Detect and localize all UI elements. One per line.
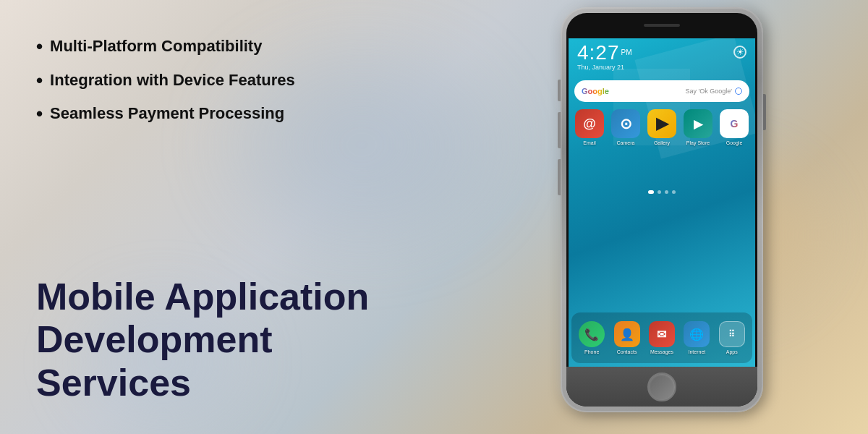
app-icon-google[interactable]: G Google (719, 109, 749, 145)
right-panel: 4:27PM Thu, January 21 ☀ Google (470, 0, 868, 434)
time-display: 4:27PM Thu, January 21 (577, 43, 632, 71)
power-button (763, 94, 766, 130)
internet-dock-label: Internet (689, 349, 706, 354)
home-button[interactable] (647, 373, 676, 401)
apps-dock-label: Apps (726, 349, 738, 354)
app-icon-gallery[interactable]: ▶ Gallery (647, 109, 677, 145)
dock-icon-messages[interactable]: ✉ Messages (644, 321, 679, 354)
dot-4 (672, 190, 676, 194)
status-bar: 4:27PM Thu, January 21 ☀ (569, 38, 755, 75)
ok-google-text: Say 'Ok Google' (686, 88, 732, 95)
microphone-icon (735, 88, 742, 95)
phone-dock-label: Phone (584, 349, 599, 354)
email-icon-img: @ (575, 109, 604, 138)
sun-icon: ☀ (736, 47, 744, 57)
google-bar-right: Say 'Ok Google' (686, 88, 742, 95)
dock-icon-apps[interactable]: ⠿ Apps (715, 321, 749, 354)
contacts-icon-img: 👤 (614, 321, 640, 347)
internet-icon-img: 🌐 (684, 321, 710, 347)
page-content: Multi-Platform Compatibility Integration… (0, 0, 868, 434)
contacts-dock-label: Contacts (617, 349, 637, 354)
feature-item-2: Integration with Device Features (36, 70, 427, 91)
camera-label: Camera (617, 140, 635, 145)
phone-screen: 4:27PM Thu, January 21 ☀ Google (569, 38, 755, 367)
playstore-icon-img: ▶ (684, 109, 712, 138)
playstore-label: Play Store (686, 140, 710, 145)
app-icon-email[interactable]: @ Email (574, 109, 605, 145)
app-icon-playstore[interactable]: ▶ Play Store (683, 109, 713, 145)
page-dots (569, 190, 755, 194)
app-icons-grid: @ Email ⊙ Camera ▶ Gallery (571, 109, 752, 145)
feature-item-1: Multi-Platform Compatibility (36, 36, 427, 57)
main-title-line2: Development Services (36, 318, 427, 405)
phone-inner-frame: 4:27PM Thu, January 21 ☀ Google (566, 13, 757, 407)
dot-1 (648, 190, 654, 194)
phone-speaker (644, 24, 680, 27)
app-icon-camera[interactable]: ⊙ Camera (610, 109, 641, 145)
dock-icon-phone[interactable]: 📞 Phone (574, 321, 609, 354)
notification-icon: ☀ (733, 46, 746, 59)
time-big: 4:27PM (577, 43, 632, 63)
messages-dock-label: Messages (650, 349, 673, 354)
feature-item-3: Seamless Payment Processing (36, 103, 427, 124)
dock-icon-internet[interactable]: 🌐 Internet (679, 321, 714, 354)
phone-home-area (566, 367, 757, 407)
phone-mockup: 4:27PM Thu, January 21 ☀ Google (561, 7, 763, 412)
google-icon-img: G (720, 109, 749, 138)
apps-icon-img: ⠿ (719, 321, 745, 347)
camera-icon-img: ⊙ (611, 109, 640, 138)
google-label: Google (726, 140, 743, 145)
left-panel: Multi-Platform Compatibility Integration… (0, 0, 470, 434)
gallery-icon-img: ▶ (647, 109, 676, 138)
date-display: Thu, January 21 (577, 64, 632, 71)
phone-icon-img: 📞 (579, 321, 605, 347)
gallery-label: Gallery (654, 140, 670, 145)
status-icons: ☀ (733, 43, 746, 59)
messages-icon-img: ✉ (649, 321, 675, 347)
dot-3 (665, 190, 668, 194)
dot-2 (658, 190, 661, 194)
email-label: Email (583, 140, 596, 145)
main-heading: Mobile Application Development Services (36, 276, 427, 405)
main-title-line1: Mobile Application (36, 276, 427, 319)
google-logo: Google (582, 87, 609, 95)
dock-bar: 📞 Phone 👤 Contacts ✉ Messages 🌐 (571, 312, 752, 363)
features-list: Multi-Platform Compatibility Integration… (36, 36, 427, 137)
dock-icon-contacts[interactable]: 👤 Contacts (609, 321, 644, 354)
google-search-bar[interactable]: Google Say 'Ok Google' (574, 80, 749, 102)
